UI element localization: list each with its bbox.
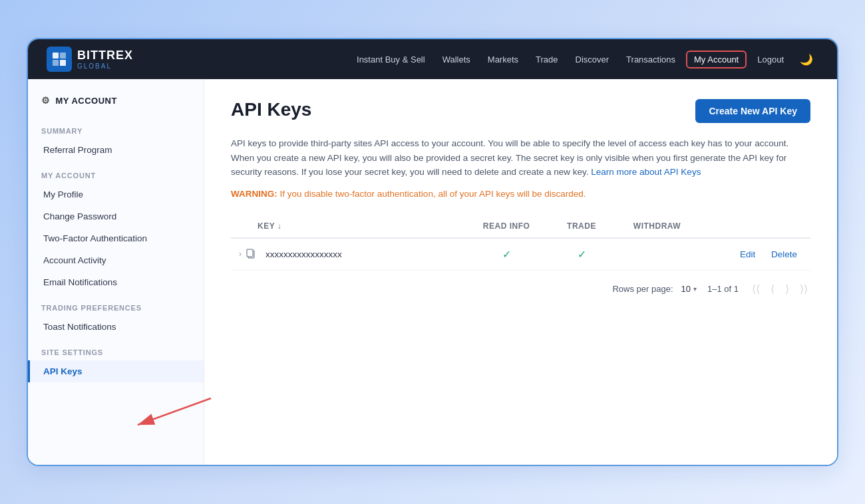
pagination: Rows per page: 10 ▾ 1–1 of 1 ⟨⟨ ⟨ ⟩ ⟩⟩ (231, 271, 810, 299)
header: BITTREX GLOBAL Instant Buy & Sell Wallet… (28, 39, 837, 79)
svg-rect-1 (60, 53, 66, 59)
nav-my-account[interactable]: My Account (686, 51, 747, 68)
nav-wallets[interactable]: Wallets (436, 51, 477, 68)
nav-links: Instant Buy & Sell Wallets Markets Trade… (350, 49, 818, 70)
svg-rect-0 (53, 53, 59, 59)
sidebar-item-two-factor[interactable]: Two-Factor Authentication (28, 227, 204, 249)
learn-more-link[interactable]: Learn more about API Keys (591, 167, 701, 177)
description-text: API keys to provide third-party sites AP… (231, 136, 796, 180)
table-row: › xxxxxxxxxxxxxxxxx (231, 238, 810, 271)
expand-row-icon[interactable]: › (239, 249, 242, 259)
logo-area: BITTREX GLOBAL (47, 47, 133, 72)
actions-cell: Edit Delete (701, 238, 810, 271)
sidebar: ⚙ MY ACCOUNT SUMMARY Referral Program MY… (28, 79, 204, 465)
logo-text: BITTREX GLOBAL (77, 49, 133, 70)
warning-text: WARNING: If you disable two-factor authe… (231, 189, 810, 199)
rows-dropdown-icon: ▾ (693, 285, 697, 293)
page-title: API Keys (231, 99, 311, 120)
read-info-check-icon: ✓ (502, 249, 511, 260)
nav-instant-buy[interactable]: Instant Buy & Sell (350, 51, 432, 68)
app-frame: BITTREX GLOBAL Instant Buy & Sell Wallet… (27, 38, 838, 466)
sidebar-item-api-keys[interactable]: API Keys (28, 360, 204, 382)
sidebar-item-email-notifications[interactable]: Email Notifications (28, 271, 204, 293)
gear-icon: ⚙ (41, 95, 51, 106)
brand-name: BITTREX (77, 49, 133, 63)
main-layout: ⚙ MY ACCOUNT SUMMARY Referral Program MY… (28, 79, 837, 465)
prev-page-button[interactable]: ⟨ (768, 281, 777, 297)
col-header-trade: TRADE (550, 215, 613, 238)
dark-mode-icon[interactable]: 🌙 (794, 49, 818, 70)
rows-per-page-value: 10 (681, 284, 691, 294)
col-header-withdraw: WITHDRAW (613, 215, 701, 238)
nav-trade[interactable]: Trade (529, 51, 564, 68)
my-account-label: MY ACCOUNT (56, 96, 117, 106)
col-header-key: KEY ↓ (231, 215, 462, 238)
page-info: 1–1 of 1 (707, 284, 739, 294)
svg-rect-2 (53, 60, 59, 66)
create-api-key-button[interactable]: Create New API Key (695, 99, 810, 123)
delete-key-button[interactable]: Delete (771, 249, 797, 259)
copy-icon[interactable] (246, 248, 256, 261)
nav-markets[interactable]: Markets (481, 51, 525, 68)
warning-label: WARNING: (231, 189, 280, 199)
site-settings-label: SITE SETTINGS (28, 338, 204, 360)
api-keys-table: KEY ↓ READ INFO TRADE WITHDRAW (231, 215, 810, 271)
col-header-read-info: READ INFO (462, 215, 550, 238)
sidebar-item-change-password[interactable]: Change Password (28, 205, 204, 227)
svg-rect-7 (247, 249, 253, 257)
sidebar-item-referral[interactable]: Referral Program (28, 139, 204, 161)
svg-rect-3 (60, 60, 66, 66)
key-cell: › xxxxxxxxxxxxxxxxx (231, 238, 462, 271)
brand-sub: GLOBAL (77, 63, 133, 70)
summary-label: SUMMARY (28, 116, 204, 139)
next-page-button[interactable]: ⟩ (782, 281, 792, 297)
sidebar-item-my-profile[interactable]: My Profile (28, 184, 204, 205)
rows-per-page-select[interactable]: 10 ▾ (681, 284, 697, 294)
rows-per-page-label: Rows per page: (612, 284, 673, 294)
content-area: API Keys Create New API Key API keys to … (204, 79, 837, 465)
table-header-row: KEY ↓ READ INFO TRADE WITHDRAW (231, 215, 810, 238)
withdraw-cell (613, 238, 701, 271)
last-page-button[interactable]: ⟩⟩ (797, 281, 810, 297)
key-value: xxxxxxxxxxxxxxxxx (265, 249, 342, 259)
read-info-cell: ✓ (462, 238, 550, 271)
my-account-header: ⚙ MY ACCOUNT (28, 95, 204, 116)
warning-message: If you disable two-factor authentication… (280, 189, 586, 199)
edit-key-button[interactable]: Edit (740, 249, 755, 259)
trade-check-icon: ✓ (578, 249, 586, 260)
sidebar-item-toast-notifications[interactable]: Toast Notifications (28, 316, 204, 338)
nav-transactions[interactable]: Transactions (619, 51, 682, 68)
col-header-actions (701, 215, 810, 238)
my-account-section-label: MY ACCOUNT (28, 161, 204, 184)
nav-logout[interactable]: Logout (751, 51, 790, 68)
content-header: API Keys Create New API Key (231, 99, 810, 123)
trading-preferences-label: TRADING PREFERENCES (28, 293, 204, 316)
logo-icon (47, 47, 72, 72)
nav-discover[interactable]: Discover (569, 51, 616, 68)
first-page-button[interactable]: ⟨⟨ (749, 281, 763, 297)
sidebar-item-account-activity[interactable]: Account Activity (28, 249, 204, 271)
trade-cell: ✓ (550, 238, 613, 271)
